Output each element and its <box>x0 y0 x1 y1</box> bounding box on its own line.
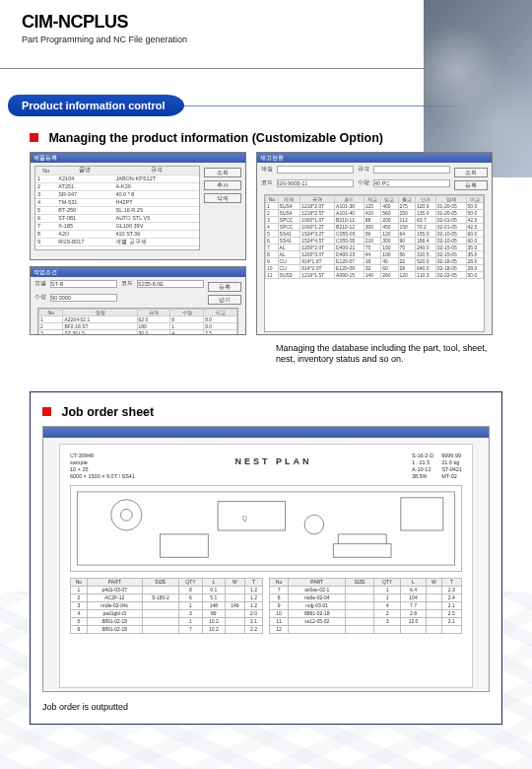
svg-rect-3 <box>161 533 209 556</box>
mock-button[interactable]: 추가 <box>204 180 241 190</box>
mock-button[interactable]: 등록 <box>454 180 488 190</box>
win1-buttons: 조회추가삭제 <box>204 166 241 256</box>
win3-fields: 재질규격코드GN-9008-11수량40 PC <box>261 166 450 190</box>
win2-table: No명칭규격수량비고1A2204-02.162.088.02BF2-18 ST1… <box>37 308 238 335</box>
section2-caption: Job order is outputted <box>42 702 490 712</box>
nestplan-left-info: CT-30949sample10 × 256000 × 1500 × 9.0T … <box>70 453 135 479</box>
mock-button[interactable]: 닫기 <box>208 295 241 305</box>
mock-window-product-list: 제품등록 No품명규격1X2104JABON-KPS12T2AT251A-K20… <box>30 152 246 260</box>
bullet-icon <box>42 407 51 416</box>
nestplan-right-a: S-16-2-D1 : 21.5A-10-1238.5% <box>412 453 433 479</box>
nestplan-table-right: NoPARTSIZEQTYLWT7ax0as-02-116.42.38nrdle… <box>269 578 462 634</box>
win1-table: No품명규격1X2104JABON-KPS12T2AT251A-K203SR-0… <box>34 166 200 250</box>
svg-rect-6 <box>401 497 443 529</box>
section2-box: Job order sheet CT-30949sample10 × 25600… <box>30 391 502 725</box>
mock-window-inventory: 재고현황 재질규격코드GN-9008-11수량40 PC 조회등록 No자재규격… <box>256 152 493 335</box>
win2-fields: 모델ST-R코드S235-8.0E수량90.0000 <box>34 280 204 305</box>
win3-buttons: 조회등록 <box>454 166 488 190</box>
job-order-window: CT-30949sample10 × 256000 × 1500 × 9.0T … <box>42 426 490 692</box>
nestplan-drawing: Q <box>70 485 462 572</box>
screenshots-row: 제품등록 No품명규격1X2104JABON-KPS12T2AT251A-K20… <box>30 152 502 335</box>
nest-plan-paper: CT-30949sample10 × 256000 × 1500 × 9.0T … <box>59 444 473 688</box>
section-tab: Product information control <box>8 95 184 116</box>
mock-button[interactable]: 등록 <box>208 282 241 292</box>
section2-heading: Job order sheet <box>42 402 490 420</box>
win3-titlebar: 재고현황 <box>257 153 492 163</box>
mock-window-job-cond: 작업조건 모델ST-R코드S235-8.0E수량90.0000 등록닫기 No명… <box>30 266 246 335</box>
svg-point-5 <box>304 515 324 534</box>
page-header: CIM-NCPLUS Part Programming and NC File … <box>0 0 424 69</box>
bullet-icon <box>30 133 38 142</box>
mock-button[interactable]: 삭제 <box>204 193 241 203</box>
svg-point-1 <box>111 499 142 529</box>
mock-button[interactable]: 조회 <box>204 168 241 177</box>
svg-point-2 <box>120 509 132 521</box>
section1-heading: Managing the product information (Custom… <box>30 128 502 146</box>
nestplan-title: NEST PLAN <box>234 456 311 473</box>
nestplan-table-left: NoPARTSIZEQTYLWT1p4d1-03-0780.11.22AC2F-… <box>70 578 263 634</box>
win2-buttons: 등록닫기 <box>208 280 241 305</box>
section2-title-text: Job order sheet <box>61 405 154 419</box>
svg-rect-4 <box>218 501 285 529</box>
mock-button[interactable]: 조회 <box>454 168 488 177</box>
section1-title-text: Managing the product information (Custom… <box>48 131 383 145</box>
win2-titlebar: 작업조건 <box>31 267 245 277</box>
nestplan-right-b: 9999.9921.0 kgST-0421MT-02 <box>441 453 462 479</box>
page-subtitle: Part Programming and NC File generation <box>22 35 424 44</box>
svg-text:Q: Q <box>242 515 247 523</box>
page-title: CIM-NCPLUS <box>22 12 424 33</box>
section1-caption: Managing the database including the part… <box>276 343 502 366</box>
jobwin-titlebar <box>43 427 489 438</box>
win1-titlebar: 제품등록 <box>31 153 245 163</box>
win3-table: No자재규격코드재고입고출고단가업체비고1SUS41219*2.0TA101-3… <box>264 194 485 332</box>
